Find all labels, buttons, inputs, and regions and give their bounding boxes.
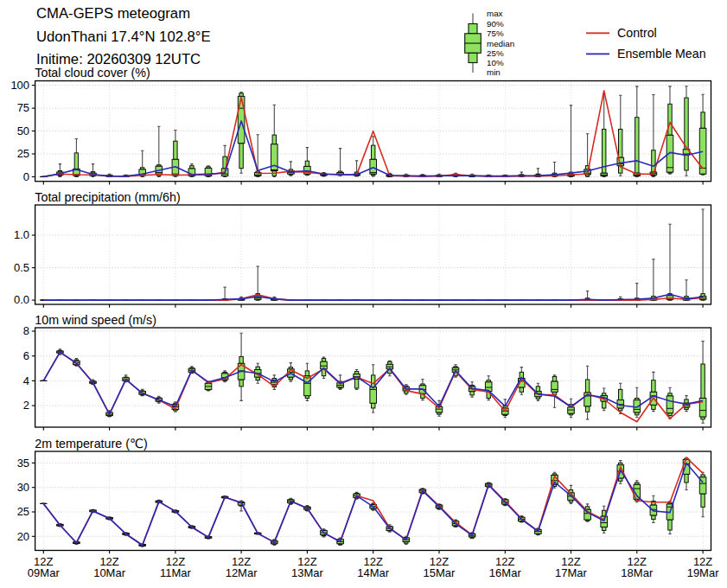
svg-text:2: 2 [23,399,29,412]
svg-text:18Mar: 18Mar [621,566,654,579]
svg-text:0.5: 0.5 [14,261,29,274]
svg-text:100: 100 [10,79,29,92]
svg-text:75: 75 [17,101,29,114]
svg-text:Ensemble Mean: Ensemble Mean [617,47,706,61]
svg-text:Total cloud cover (%): Total cloud cover (%) [35,66,150,80]
svg-text:50: 50 [17,125,29,137]
svg-text:UdonThani 17.4°N 102.8°E: UdonThani 17.4°N 102.8°E [36,29,211,45]
svg-text:10Mar: 10Mar [93,566,126,579]
svg-text:4: 4 [23,374,29,387]
svg-text:20: 20 [17,530,29,543]
svg-text:6: 6 [23,349,29,362]
svg-text:12Mar: 12Mar [226,566,258,579]
svg-text:25: 25 [17,147,29,160]
svg-text:25%: 25% [487,48,504,58]
svg-text:25: 25 [17,505,29,518]
svg-text:11Mar: 11Mar [160,566,192,579]
svg-text:90%: 90% [487,19,504,29]
svg-text:09Mar: 09Mar [28,566,61,579]
svg-text:15Mar: 15Mar [424,566,456,579]
svg-text:0.0: 0.0 [14,293,29,306]
svg-text:Total precipitation (mm/6h): Total precipitation (mm/6h) [35,190,180,204]
svg-text:17Mar: 17Mar [555,566,588,579]
svg-text:CMA-GEPS meteogram: CMA-GEPS meteogram [36,5,190,22]
svg-text:max: max [487,9,503,18]
svg-text:16Mar: 16Mar [489,566,522,579]
svg-text:1.0: 1.0 [14,228,29,241]
svg-text:Control: Control [617,26,657,40]
svg-text:35: 35 [17,457,29,470]
svg-text:14Mar: 14Mar [357,566,390,579]
svg-text:19Mar: 19Mar [687,566,720,579]
svg-text:10m wind speed (m/s): 10m wind speed (m/s) [35,313,156,327]
svg-text:8: 8 [23,324,29,337]
svg-text:10%: 10% [487,58,504,67]
svg-text:2m temperature (℃): 2m temperature (℃) [35,437,147,451]
svg-text:0: 0 [23,170,29,183]
svg-text:13Mar: 13Mar [291,566,324,579]
svg-text:median: median [487,39,514,48]
svg-text:min: min [487,67,501,77]
svg-text:75%: 75% [487,29,504,38]
svg-text:30: 30 [17,481,29,494]
